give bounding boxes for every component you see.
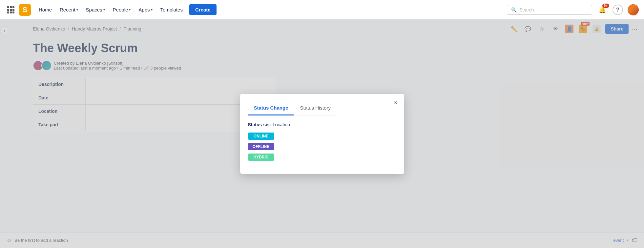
- modal-overlay[interactable]: Status Change Status History × Status se…: [0, 20, 644, 248]
- page-wrapper: › Elena Ovdienko / Handy Macros Project …: [0, 20, 644, 248]
- search-placeholder: Search: [519, 7, 534, 12]
- people-chevron-icon: ▾: [129, 8, 131, 11]
- recent-chevron-icon: ▾: [76, 8, 78, 11]
- topnav-right: 🔍 Search 🔔 9+ ?: [507, 4, 639, 15]
- tab-status-history[interactable]: Status History: [294, 100, 337, 115]
- grid-menu-button[interactable]: [5, 4, 16, 15]
- search-box[interactable]: 🔍 Search: [507, 5, 592, 15]
- status-badge-hybrid[interactable]: HYBRID: [248, 154, 274, 161]
- spaces-chevron-icon: ▾: [103, 8, 105, 11]
- app-logo[interactable]: S: [19, 4, 31, 16]
- status-set-label: Status set: Location: [248, 122, 396, 127]
- status-badge-online[interactable]: ONLINE: [248, 133, 274, 140]
- nav-apps[interactable]: Apps ▾: [135, 4, 156, 15]
- status-badge-offline[interactable]: OFFLINE: [248, 143, 274, 150]
- notifications-button[interactable]: 🔔 9+: [597, 4, 608, 15]
- modal-tabs: Status Change Status History: [248, 100, 337, 115]
- nav-templates[interactable]: Templates: [156, 4, 187, 15]
- grid-icon: [7, 6, 14, 13]
- status-set-key: Status set:: [248, 122, 272, 127]
- nav-people[interactable]: People ▾: [109, 4, 135, 15]
- nav-home[interactable]: Home: [35, 4, 56, 15]
- top-navigation: S Home Recent ▾ Spaces ▾ People ▾ Apps ▾…: [0, 0, 644, 20]
- nav-links: Home Recent ▾ Spaces ▾ People ▾ Apps ▾ T…: [35, 4, 187, 15]
- status-change-modal: Status Change Status History × Status se…: [240, 94, 404, 174]
- modal-header: Status Change Status History ×: [240, 94, 404, 115]
- main-content: Elena Ovdienko / Handy Macros Project / …: [0, 20, 644, 248]
- avatar-image: [628, 4, 639, 15]
- tab-status-change[interactable]: Status Change: [248, 100, 294, 115]
- nav-spaces[interactable]: Spaces ▾: [82, 4, 109, 15]
- apps-chevron-icon: ▾: [151, 8, 153, 11]
- modal-body: Status set: Location ONLINE OFFLINE HYBR…: [240, 115, 404, 174]
- notification-badge: 9+: [602, 4, 609, 8]
- help-button[interactable]: ?: [613, 5, 623, 15]
- modal-close-button[interactable]: ×: [394, 100, 398, 106]
- nav-recent[interactable]: Recent ▾: [56, 4, 82, 15]
- create-button[interactable]: Create: [189, 4, 217, 15]
- user-avatar[interactable]: [628, 4, 639, 15]
- status-set-value: Location: [273, 122, 290, 127]
- status-badges: ONLINE OFFLINE HYBRID: [248, 133, 396, 161]
- search-icon: 🔍: [511, 7, 517, 12]
